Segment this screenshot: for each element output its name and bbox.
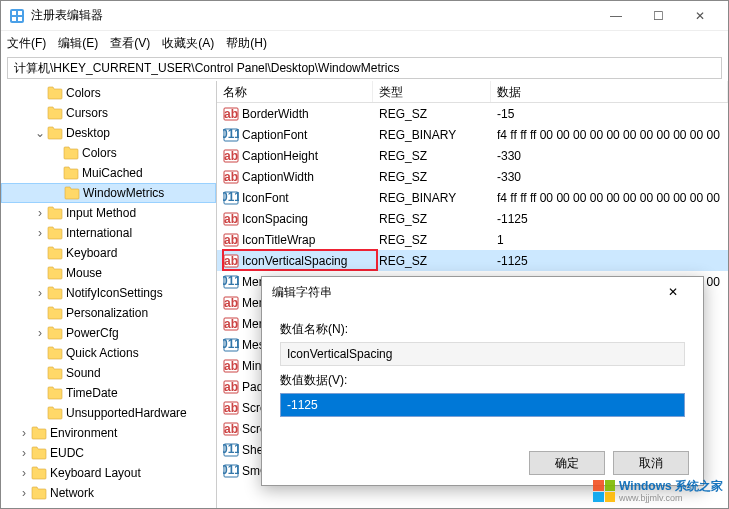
- tree-item[interactable]: Sound: [1, 363, 216, 383]
- value-type-icon: ab: [223, 316, 239, 332]
- value-type-icon: 011: [223, 190, 239, 206]
- tree-item[interactable]: ⌄Desktop: [1, 123, 216, 143]
- close-button[interactable]: ✕: [680, 2, 720, 30]
- folder-icon: [47, 266, 63, 280]
- expand-icon[interactable]: ›: [33, 326, 47, 340]
- tree-label: Cursors: [66, 106, 108, 120]
- value-name: Min: [242, 359, 261, 373]
- tree-item[interactable]: ›NotifyIconSettings: [1, 283, 216, 303]
- menu-file[interactable]: 文件(F): [7, 35, 46, 52]
- cancel-button[interactable]: 取消: [613, 451, 689, 475]
- svg-text:ab: ab: [224, 170, 238, 184]
- svg-text:011: 011: [223, 442, 239, 456]
- value-name: IconFont: [242, 191, 289, 205]
- tree-label: Environment: [50, 426, 117, 440]
- tree-label: Personalization: [66, 306, 148, 320]
- svg-text:011: 011: [223, 274, 239, 288]
- value-data-input[interactable]: [280, 393, 685, 417]
- tree-pane[interactable]: ColorsCursors⌄DesktopColorsMuiCachedWind…: [1, 81, 217, 508]
- list-row[interactable]: abCaptionWidthREG_SZ-330: [217, 166, 728, 187]
- tree-label: Keyboard: [66, 246, 117, 260]
- list-row[interactable]: 011CaptionFontREG_BINARYf4 ff ff ff 00 0…: [217, 124, 728, 145]
- tree-label: EUDC: [50, 446, 84, 460]
- svg-text:ab: ab: [224, 254, 238, 268]
- edit-string-dialog: 编辑字符串 ✕ 数值名称(N): IconVerticalSpacing 数值数…: [261, 276, 704, 486]
- tree-item[interactable]: MuiCached: [1, 163, 216, 183]
- tree-item[interactable]: WindowMetrics: [1, 183, 216, 203]
- expand-icon[interactable]: ›: [17, 426, 31, 440]
- address-bar[interactable]: 计算机\HKEY_CURRENT_USER\Control Panel\Desk…: [7, 57, 722, 79]
- ok-button[interactable]: 确定: [529, 451, 605, 475]
- value-type-icon: ab: [223, 295, 239, 311]
- expand-icon[interactable]: ⌄: [33, 126, 47, 140]
- maximize-button[interactable]: ☐: [638, 2, 678, 30]
- value-type-icon: 011: [223, 337, 239, 353]
- svg-text:ab: ab: [224, 107, 238, 121]
- value-data: -1125: [491, 212, 728, 226]
- menu-edit[interactable]: 编辑(E): [58, 35, 98, 52]
- minimize-button[interactable]: —: [596, 2, 636, 30]
- tree-item[interactable]: Quick Actions: [1, 343, 216, 363]
- svg-text:011: 011: [223, 190, 239, 204]
- expand-icon[interactable]: ›: [33, 286, 47, 300]
- menu-fav[interactable]: 收藏夹(A): [162, 35, 214, 52]
- folder-icon: [47, 106, 63, 120]
- tree-item[interactable]: ›EUDC: [1, 443, 216, 463]
- menu-help[interactable]: 帮助(H): [226, 35, 267, 52]
- col-data[interactable]: 数据: [491, 81, 728, 102]
- col-type[interactable]: 类型: [373, 81, 491, 102]
- value-data: -1125: [491, 254, 728, 268]
- col-name[interactable]: 名称: [217, 81, 373, 102]
- value-name: IconSpacing: [242, 212, 308, 226]
- tree-item[interactable]: Keyboard: [1, 243, 216, 263]
- menubar: 文件(F) 编辑(E) 查看(V) 收藏夹(A) 帮助(H): [1, 31, 728, 55]
- list-row[interactable]: abIconVerticalSpacingREG_SZ-1125: [217, 250, 728, 271]
- tree-label: Mouse: [66, 266, 102, 280]
- value-data: f4 ff ff ff 00 00 00 00 00 00 00 00 00 0…: [491, 191, 728, 205]
- svg-text:ab: ab: [224, 212, 238, 226]
- value-type: REG_SZ: [373, 233, 491, 247]
- folder-icon: [63, 146, 79, 160]
- value-name: IconVerticalSpacing: [242, 254, 347, 268]
- tree-item[interactable]: Cursors: [1, 103, 216, 123]
- tree-label: PowerCfg: [66, 326, 119, 340]
- list-row[interactable]: 011IconFontREG_BINARYf4 ff ff ff 00 00 0…: [217, 187, 728, 208]
- expand-icon[interactable]: ›: [17, 486, 31, 500]
- svg-text:011: 011: [223, 337, 239, 351]
- tree-item[interactable]: ›Network: [1, 483, 216, 503]
- tree-item[interactable]: TimeDate: [1, 383, 216, 403]
- tree-item[interactable]: ›PowerCfg: [1, 323, 216, 343]
- svg-rect-2: [18, 11, 22, 15]
- tree-item[interactable]: Colors: [1, 143, 216, 163]
- list-row[interactable]: abIconSpacingREG_SZ-1125: [217, 208, 728, 229]
- menu-view[interactable]: 查看(V): [110, 35, 150, 52]
- tree-item[interactable]: ›Input Method: [1, 203, 216, 223]
- tree-item[interactable]: Colors: [1, 83, 216, 103]
- value-data: -15: [491, 107, 728, 121]
- tree-item[interactable]: ›International: [1, 223, 216, 243]
- folder-icon: [47, 326, 63, 340]
- tree-label: Quick Actions: [66, 346, 139, 360]
- expand-icon[interactable]: ›: [17, 446, 31, 460]
- tree-item[interactable]: Personalization: [1, 303, 216, 323]
- expand-icon[interactable]: ›: [33, 206, 47, 220]
- tree-item[interactable]: ›Environment: [1, 423, 216, 443]
- list-row[interactable]: abBorderWidthREG_SZ-15: [217, 103, 728, 124]
- dialog-close-button[interactable]: ✕: [653, 278, 693, 306]
- expand-icon[interactable]: ›: [17, 466, 31, 480]
- value-name: CaptionFont: [242, 128, 307, 142]
- value-type-icon: ab: [223, 169, 239, 185]
- folder-icon: [31, 426, 47, 440]
- tree-item[interactable]: Mouse: [1, 263, 216, 283]
- value-data: 1: [491, 233, 728, 247]
- tree-label: WindowMetrics: [83, 186, 164, 200]
- tree-item[interactable]: ›Keyboard Layout: [1, 463, 216, 483]
- list-row[interactable]: abCaptionHeightREG_SZ-330: [217, 145, 728, 166]
- value-type-icon: ab: [223, 106, 239, 122]
- value-type: REG_SZ: [373, 254, 491, 268]
- expand-icon[interactable]: ›: [33, 226, 47, 240]
- tree-item[interactable]: UnsupportedHardware: [1, 403, 216, 423]
- folder-icon: [31, 466, 47, 480]
- value-type-icon: ab: [223, 400, 239, 416]
- list-row[interactable]: abIconTitleWrapREG_SZ1: [217, 229, 728, 250]
